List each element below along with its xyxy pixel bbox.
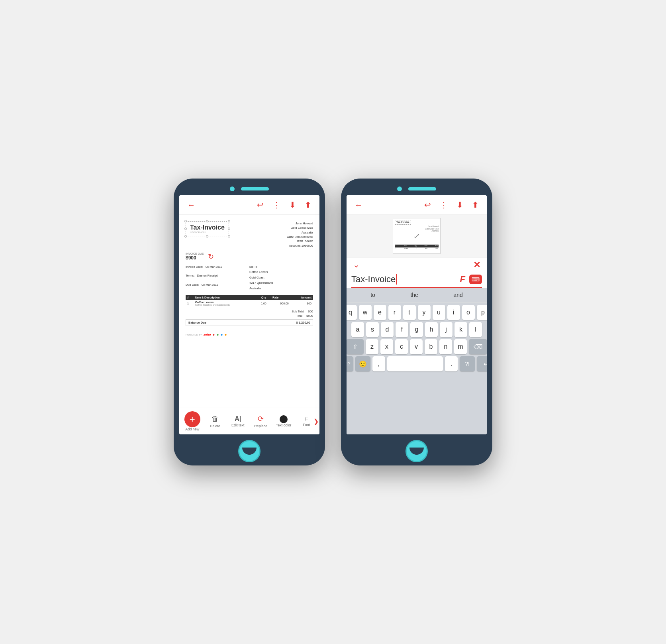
key-q[interactable]: q [347, 305, 357, 320]
bill-to-label: Bill To [249, 264, 313, 270]
col-item: Item & Description [194, 295, 257, 300]
table-row: 1 Coffee Lovers Coffee Supplies and Equi… [186, 300, 313, 307]
scene: ← ↩ ⋮ ⬇ ⬆ Tax-Invoice INVOICE #001 [158, 163, 508, 481]
camera-dot [230, 187, 235, 191]
suggestion-2[interactable]: and [453, 292, 462, 298]
key-t[interactable]: t [403, 305, 416, 320]
key-x[interactable]: x [380, 339, 393, 354]
add-new-tool[interactable]: ❮ + Add new [181, 411, 204, 431]
key-d[interactable]: d [381, 322, 394, 337]
text-value: Tax-Invoice [351, 274, 396, 285]
footer-logo-4: ● [225, 332, 227, 337]
left-phone-bottom [179, 434, 319, 465]
footer-logo-sub: ● [216, 332, 219, 337]
sub-total-row: Sub Total 900 [186, 310, 313, 313]
key-emoji[interactable]: 🙂 [355, 356, 370, 371]
text-color-tool[interactable]: Text color [272, 415, 295, 427]
left-phone-top-bar [179, 184, 319, 195]
footer-logo-3: ● [220, 332, 223, 337]
key-i[interactable]: i [447, 305, 460, 320]
key-e[interactable]: e [374, 305, 386, 320]
chevron-down-icon[interactable]: ⌄ [353, 260, 360, 270]
delete-tool[interactable]: 🗑 Delete [204, 415, 226, 428]
footer-brand: zoho [204, 333, 211, 336]
key-v[interactable]: v [410, 339, 423, 354]
key-l[interactable]: l [469, 322, 482, 337]
invoice-date-row: Invoice Date: 05 Mar 2019 [186, 264, 249, 273]
right-phone-screen: ← ↩ ⋮ ⬇ ⬆ Tax-Invoice John HowardGold Co… [347, 195, 487, 434]
add-new-button[interactable]: + [184, 411, 200, 427]
key-a[interactable]: a [351, 322, 364, 337]
key-space[interactable] [387, 356, 443, 371]
left-phone-screen: ← ↩ ⋮ ⬇ ⬆ Tax-Invoice INVOICE #001 [179, 195, 319, 434]
key-o[interactable]: o [462, 305, 475, 320]
key-z[interactable]: z [366, 339, 378, 354]
home-button-left[interactable] [238, 440, 261, 462]
invoice-details: Invoice Date: 05 Mar 2019 Bill To Coffee… [186, 264, 313, 291]
col-amount: Amount [290, 295, 313, 300]
edit-text-tool[interactable]: A| Edit text [227, 415, 249, 427]
text-input-display[interactable]: Tax-Invoice [351, 274, 460, 285]
suggestion-0[interactable]: to [370, 292, 375, 298]
key-y[interactable]: y [418, 305, 431, 320]
key-h[interactable]: h [425, 322, 438, 337]
scroll-right-icon[interactable]: ❯ [313, 418, 319, 425]
footer-powered: POWERED BY [186, 334, 202, 336]
amount-label: INVOICE DUE [186, 252, 204, 255]
key-shift[interactable]: ⇧ [347, 339, 364, 354]
more-button-right[interactable]: ⋮ [438, 199, 449, 210]
key-backspace[interactable]: ⌫ [469, 339, 487, 354]
home-button-right[interactable] [405, 440, 428, 462]
key-s[interactable]: s [366, 322, 379, 337]
key-f[interactable]: f [396, 322, 408, 337]
download-button[interactable]: ⬇ [288, 199, 298, 210]
back-button-right[interactable]: ← [353, 200, 364, 210]
download-button-right[interactable]: ⬇ [455, 199, 465, 210]
suggestion-1[interactable]: the [410, 292, 418, 298]
due-date-row: Due Date: 05 Mar 2019 [186, 282, 249, 291]
invoice-title: Tax-Invoice [190, 224, 225, 231]
row-num: 1 [186, 300, 194, 307]
mid-l [184, 228, 187, 230]
add-new-label: Add new [185, 427, 199, 431]
key-r[interactable]: r [388, 305, 401, 320]
refresh-icon[interactable]: ↻ [208, 252, 214, 261]
close-button[interactable]: ✕ [473, 260, 480, 270]
seller-country: Australia [287, 230, 313, 235]
key-m[interactable]: m [454, 339, 467, 354]
key-w[interactable]: w [359, 305, 372, 320]
key-enter[interactable]: ↵ [477, 356, 487, 371]
invoice-table: # Item & Description Qty Rate Amount 1 C… [186, 295, 313, 307]
key-comma[interactable]: , [372, 356, 385, 371]
seller-name: John Howard [287, 221, 313, 226]
right-toolbar: ← ↩ ⋮ ⬇ ⬆ [347, 195, 487, 215]
right-phone-top-bar [347, 184, 487, 195]
font-format-button[interactable]: F [460, 274, 465, 285]
key-n[interactable]: n [439, 339, 452, 354]
row-qty: 1.00 [257, 300, 271, 307]
key-j[interactable]: j [440, 322, 452, 337]
undo-button-right[interactable]: ↩ [423, 199, 433, 210]
speaker-bar-right [408, 187, 436, 190]
key-p[interactable]: p [477, 305, 487, 320]
key-b[interactable]: b [425, 339, 437, 354]
invoice-footer: POWERED BY zoho ● ● ● ● [186, 332, 313, 337]
more-button[interactable]: ⋮ [271, 199, 282, 210]
keyboard-toggle-button[interactable]: ⌨ [469, 275, 482, 284]
key-k[interactable]: k [454, 322, 467, 337]
row-amount: 900 [290, 300, 313, 307]
corner-tl [184, 220, 187, 222]
edit-text-icon: A| [235, 415, 241, 422]
key-c[interactable]: c [395, 339, 408, 354]
key-u[interactable]: u [433, 305, 445, 320]
key-g[interactable]: g [410, 322, 423, 337]
share-button[interactable]: ⬆ [303, 199, 313, 210]
undo-button[interactable]: ↩ [255, 199, 265, 210]
share-button-right[interactable]: ⬆ [470, 199, 480, 210]
back-button[interactable]: ← [186, 200, 197, 210]
invoice-header: Tax-Invoice INVOICE #001 [186, 221, 313, 248]
key-num[interactable]: 12!? [347, 356, 353, 371]
key-punct[interactable]: ?! [460, 356, 475, 371]
replace-tool[interactable]: ⟳ Replace [249, 414, 272, 428]
key-period[interactable]: . [445, 356, 458, 371]
